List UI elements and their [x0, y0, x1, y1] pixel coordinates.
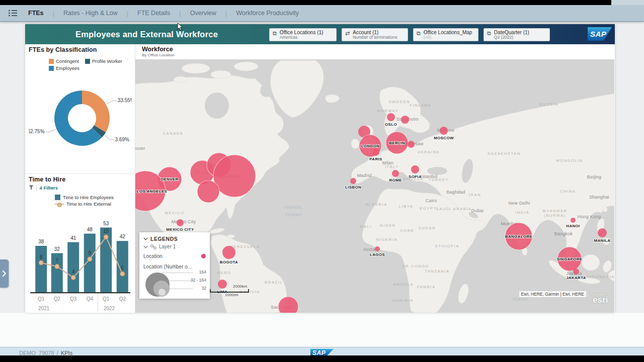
bubble-label-berlin: BERLIN	[389, 141, 405, 145]
map-label-mexico: MEXICO	[165, 211, 184, 215]
donut-slice-contingent[interactable]	[82, 90, 110, 132]
bar-value-label: 41	[70, 235, 76, 241]
map-bubble-lisbon[interactable]	[350, 178, 356, 184]
x-tick-label: Q1	[103, 296, 110, 302]
line-point-1[interactable]	[55, 264, 59, 268]
map-bubble-lagos[interactable]	[375, 246, 380, 251]
bar-Q1-0[interactable]	[35, 246, 47, 292]
map-label-finland: FINLAND	[410, 103, 431, 108]
filters-indicator[interactable]: | 4 Filters	[29, 185, 131, 191]
line-value-label: 4	[72, 269, 75, 275]
map-label-madrid: Madrid	[357, 173, 372, 178]
story-footer: DEMO_79078 / KPIs SAP	[0, 347, 644, 356]
map-bubble-sofia[interactable]	[411, 165, 419, 173]
line-value-label: 7	[56, 258, 59, 263]
taiwan	[603, 206, 607, 212]
map-bubble-jakarta[interactable]	[573, 268, 579, 275]
chevron-down-icon[interactable]	[143, 245, 148, 248]
map-label-ukraine: UKRAINE	[418, 150, 440, 154]
letterbox-top-corner	[611, 0, 644, 5]
tab-workforce-productivity[interactable]: Workforce Productivity	[234, 10, 301, 17]
bar-line-chart[interactable]: 383241485342Q1Q2Q3Q4Q1Q2202120228749155	[29, 208, 132, 316]
map-bubble-paris[interactable]	[372, 149, 379, 156]
map-bubble-mexico-city[interactable]	[177, 219, 184, 226]
filter-chip-account-1[interactable]: ⇄Account (1)Number of terminations	[342, 28, 408, 41]
legend-header[interactable]: LEGENDS	[139, 236, 210, 242]
filter-chip-row: ⧉Office Locations (1)Americas⇄Account (1…	[269, 28, 550, 41]
map-label-new-delhi: New Delhi	[509, 201, 530, 206]
map-label-canada: CANADA	[163, 131, 184, 136]
donut-data-label: 62.75%	[29, 129, 45, 134]
map-scale-bar: 2000km 1000mi	[210, 289, 249, 293]
bubble-label-jakarta: JAKARTA	[566, 276, 586, 280]
chevron-down-icon[interactable]	[143, 237, 148, 240]
dashboard-canvas: Employees and External Workforce ⧉Office…	[25, 24, 615, 313]
map-label-atlantic: Atlantic	[283, 204, 302, 210]
tab-separator: |	[225, 10, 227, 17]
x-tick-label: Q3	[70, 296, 77, 302]
filter-chip-office-locations-1[interactable]: ⧉Office Locations (1)Americas	[269, 28, 337, 41]
map-bubble-warsaw[interactable]	[408, 141, 415, 148]
map-bubble-rome[interactable]	[392, 170, 399, 177]
tab-fte-details[interactable]: FTE Details	[135, 10, 172, 17]
map-label-angola: ANGOLA	[393, 282, 414, 287]
map-bubble-manila[interactable]	[598, 228, 607, 237]
line-point-5[interactable]	[120, 272, 125, 276]
line-point-3[interactable]	[88, 257, 92, 261]
map-label-chad: CHAD	[400, 228, 414, 233]
map-label-shanghai: Shanghai	[589, 195, 609, 200]
x-tick-label: Q4	[87, 296, 94, 302]
bubble-label-paris: PARIS	[369, 157, 382, 161]
tab-ftes[interactable]: FTEs	[26, 10, 46, 17]
map-bubble-new-york[interactable]	[213, 155, 256, 197]
donut-chart[interactable]: 33.55%3.69%62.75%	[29, 72, 132, 169]
bubble-label-denver: DENVER	[160, 177, 178, 182]
esri-logo: POWERED BY esri	[591, 294, 609, 304]
bubble-label-sofia: SOFIA	[409, 174, 422, 179]
widget-title: Time to Hire	[29, 176, 131, 183]
filter-chip-datequarter-1[interactable]: ⧉DateQuarter (1)Q2 (2022)	[484, 28, 550, 41]
map-bubble-lima[interactable]	[218, 280, 227, 289]
map-label-algeria: ALGERIA	[365, 202, 387, 207]
tab-overview[interactable]: Overview	[188, 10, 218, 17]
line-value-label: 15	[103, 228, 109, 234]
filter-count-link[interactable]: 4 Filters	[40, 185, 58, 191]
map-label-venezuela: VENEZUELA	[230, 244, 260, 249]
map-legend-panel[interactable]: LEGENDS Layer 1 Location Location (Numbe…	[139, 232, 210, 299]
map-label-istanbul: Istanbul	[421, 174, 437, 179]
chip-value: Americas	[280, 35, 324, 40]
layer-icon	[150, 244, 156, 249]
map-bubble-hanoi[interactable]	[571, 218, 576, 223]
legend-item-contingent: Contingent	[49, 58, 82, 64]
sap-logo: SAP	[588, 27, 612, 41]
page-background-lower	[0, 313, 644, 347]
story-list-menu-icon[interactable]	[8, 10, 18, 17]
panel-expand-arrow-button[interactable]	[0, 259, 9, 288]
line-value-label: 8	[40, 254, 43, 260]
dashboard-header: Employees and External Workforce ⧉Office…	[25, 24, 615, 44]
legend-item-profile-worker: Profile Worker	[85, 58, 131, 64]
tab-rates-high-low[interactable]: Rates - High & Low	[61, 10, 120, 17]
mouse-cursor	[177, 23, 183, 31]
map-label-sudan: SUDAN	[419, 226, 436, 230]
map-bubble-bogota[interactable]	[222, 246, 235, 259]
ireland	[351, 139, 359, 149]
filter-chip-office-locations-map[interactable]: ⧉Office Locations_Map(All)	[413, 28, 478, 41]
bubble-label-moscow: MOSCOW	[434, 136, 454, 140]
line-point-0[interactable]	[39, 260, 43, 265]
bubble-label-bangalore: BANGALORE	[505, 234, 533, 239]
donut-data-label: 3.69%	[115, 137, 129, 142]
legend-layer-row[interactable]: Layer 1	[139, 244, 210, 249]
bar-value-label: 53	[103, 221, 109, 226]
bar-Q3-2[interactable]	[67, 242, 79, 293]
page-title: Employees and External Workforce	[75, 24, 218, 44]
hudson-bay	[205, 93, 229, 119]
map-label-libya: LIBYA	[399, 204, 414, 209]
map-bubble-stockholm[interactable]	[401, 116, 409, 124]
map-bubble-moscow[interactable]	[440, 127, 448, 135]
map-bubble-location-6[interactable]	[197, 180, 219, 203]
line-point-4[interactable]	[104, 235, 108, 239]
year-label: 2022	[104, 306, 115, 311]
line-point-2[interactable]	[71, 275, 75, 280]
map-bubble-oslo[interactable]	[387, 113, 395, 121]
